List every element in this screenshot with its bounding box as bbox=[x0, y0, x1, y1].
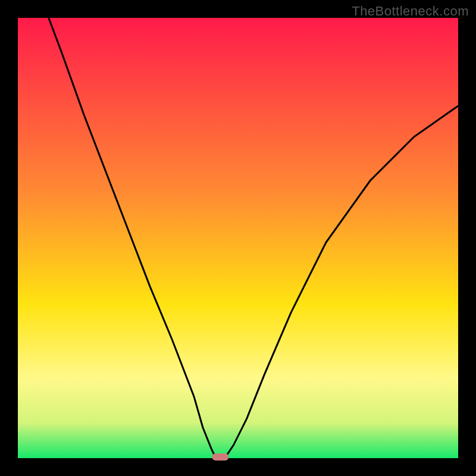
optimum-marker bbox=[212, 453, 228, 461]
chart-frame: TheBottleneck.com bbox=[0, 0, 476, 476]
bottleneck-chart bbox=[0, 0, 476, 476]
watermark-text: TheBottleneck.com bbox=[352, 4, 469, 19]
plot-background bbox=[18, 18, 458, 458]
